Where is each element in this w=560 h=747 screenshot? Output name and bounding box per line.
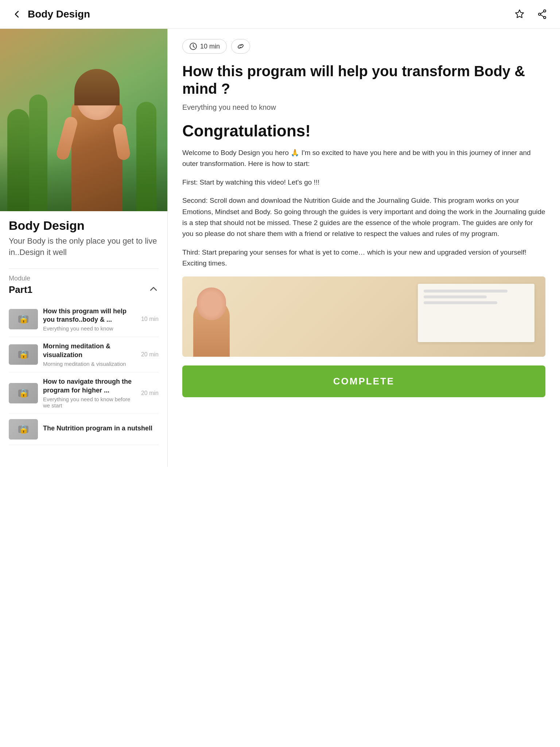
link-button[interactable] [231,39,250,54]
module-section: Module Part1 [9,268,159,445]
content-title: How this program will help you transform… [182,62,545,97]
lesson-duration: 10 min [141,316,159,322]
clock-icon [189,42,197,50]
video-head [197,287,226,320]
lesson-item[interactable]: 🔒 Morning meditation & visualization Mor… [9,337,159,372]
back-button[interactable] [10,8,23,21]
body-para-1: Welcome to Body Design you hero 🙏 I'm so… [182,147,545,170]
program-subtitle: Your Body is the only place you get to l… [9,236,159,258]
svg-line-4 [541,15,544,17]
duration-badge: 10 min [182,39,227,54]
lesson-desc: Everything you need to know [43,325,136,332]
share-button[interactable] [534,7,550,22]
lock-overlay: 🔒 [9,344,38,365]
lesson-thumbnail: 🔒 [9,383,38,403]
module-label: Module [9,275,159,282]
lock-overlay: 🔒 [9,383,38,403]
lesson-list: 🔒 How this program will help you transfo… [9,302,159,445]
lock-icon: 🔒 [19,314,28,324]
main-layout: Body Design Your Body is the only place … [0,29,560,747]
tree-2 [29,94,47,211]
lesson-title: How to navigate through the program for … [43,378,136,395]
left-content: Body Design Your Body is the only place … [0,211,167,452]
lesson-title: Morning meditation & visualization [43,342,136,359]
lock-overlay: 🔒 [9,309,38,329]
svg-point-0 [544,10,546,12]
complete-button[interactable]: COMPLETE [182,365,545,397]
lesson-duration: 20 min [141,390,159,396]
lesson-title: The Nutrition program in a nutshell [43,424,159,433]
whiteboard [418,284,534,342]
module-header[interactable]: Part1 [9,284,159,296]
link-icon [237,42,245,50]
video-preview[interactable] [182,276,545,357]
congrats-title: Congratulations! [182,122,545,140]
tree-3 [136,102,156,211]
lock-overlay: 🔒 [9,419,38,440]
lesson-desc: Morning meditation & visualization [43,361,136,367]
right-column: 10 min How this program will help you tr… [168,29,560,412]
header-actions [512,7,550,22]
hero-image [0,29,167,211]
lesson-info: How to navigate through the program for … [43,378,136,409]
lesson-item[interactable]: 🔒 How this program will help you transfo… [9,302,159,337]
lesson-item[interactable]: 🔒 The Nutrition program in a nutshell [9,414,159,445]
person-figure [64,65,130,211]
lock-icon: 🔒 [19,388,28,398]
chevron-up-icon [148,284,159,296]
header-title: Body Design [28,8,90,20]
header-left: Body Design [10,8,90,21]
lesson-thumbnail: 🔒 [9,419,38,440]
meta-bar: 10 min [182,39,545,54]
lesson-item[interactable]: 🔒 How to navigate through the program fo… [9,372,159,414]
lesson-title: How this program will help you transfo..… [43,307,136,324]
left-column: Body Design Your Body is the only place … [0,29,168,467]
svg-point-2 [544,16,546,19]
program-title: Body Design [9,218,159,233]
lesson-info: The Nutrition program in a nutshell [43,424,159,434]
module-name: Part1 [9,284,32,295]
tree-1 [7,109,29,211]
lesson-info: How this program will help you transfo..… [43,307,136,332]
duration-label: 10 min [200,43,220,50]
bookmark-button[interactable] [512,7,527,22]
lesson-thumbnail: 🔒 [9,309,38,329]
lesson-desc: Everything you need to know before we st… [43,396,136,409]
content-body: Welcome to Body Design you hero 🙏 I'm so… [182,147,545,269]
lesson-info: Morning meditation & visualization Morni… [43,342,136,367]
body-para-3: Second: Scroll down and download the Nut… [182,195,545,240]
body-para-4: Third: Start preparing your senses for w… [182,247,545,269]
header: Body Design [0,0,560,29]
content-intro: Everything you need to know [182,103,545,112]
lock-icon: 🔒 [19,425,28,434]
svg-point-1 [538,13,541,15]
lock-icon: 🔒 [19,350,28,359]
body-para-2: First: Start by watching this video! Let… [182,177,545,188]
lesson-thumbnail: 🔒 [9,344,38,365]
svg-line-3 [541,12,544,14]
lesson-duration: 20 min [141,351,159,358]
